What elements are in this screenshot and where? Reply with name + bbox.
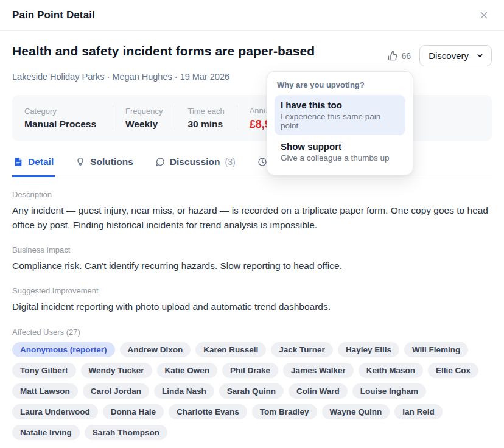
affected-user-pill[interactable]: Ellie Cox (428, 363, 478, 378)
stat-category-value: Manual Process (24, 119, 100, 130)
close-icon (478, 13, 489, 23)
upvote-count: 66 (402, 51, 411, 61)
tab-solutions[interactable]: Solutions (74, 155, 135, 177)
stat-divider (237, 105, 237, 131)
affected-user-pill[interactable]: Will Fleming (404, 342, 468, 357)
upvote-option-show-support[interactable]: Show support Give a colleague a thumbs u… (275, 136, 405, 167)
upvote-button[interactable]: 66 (388, 51, 411, 61)
affected-user-pill[interactable]: Tony Gilbert (12, 363, 76, 378)
tab-discussion-count: (3) (225, 157, 236, 167)
affected-user-pill[interactable]: Tom Bradley (252, 404, 317, 419)
affected-user-pill[interactable]: Colin Ward (289, 383, 348, 399)
upvote-option-title: I have this too (281, 100, 399, 110)
title-actions: 66 Discovery (388, 43, 492, 66)
affected-user-pill[interactable]: Phil Drake (222, 363, 278, 378)
description-section: Description Any incident — guest injury,… (12, 190, 492, 233)
affected-user-pill[interactable]: Keith Mason (359, 363, 423, 378)
stat-frequency: Frequency Weekly (125, 107, 163, 130)
suggested-improvement-section: Suggested Improvement Digital incident r… (12, 286, 492, 314)
affected-user-pill[interactable]: Sarah Thompson (85, 425, 167, 440)
modal-body: Health and safety incident forms are pap… (0, 31, 504, 448)
chat-bubble-icon (155, 157, 165, 167)
suggested-improvement-label: Suggested Improvement (12, 286, 492, 295)
upvote-option-title: Show support (281, 141, 399, 152)
affected-user-pill-reporter[interactable]: Anonymous (reporter) (12, 342, 115, 357)
affected-user-pill[interactable]: Ian Reid (394, 404, 443, 419)
stat-time-each-label: Time each (187, 107, 224, 116)
upvote-popup-title: Why are you upvoting? (275, 79, 405, 95)
upvote-option-desc: I experience this same pain point (281, 112, 399, 130)
affected-users-label: Affected Users (27) (12, 327, 492, 337)
stats-bar: Category Manual Process Frequency Weekly… (12, 95, 492, 141)
stat-category-label: Category (24, 107, 100, 116)
tab-detail-label: Detail (28, 156, 54, 167)
tab-bar: Detail Solutions Discussion (3) Timelin (12, 155, 492, 177)
affected-users-list: Anonymous (reporter) Andrew Dixon Karen … (12, 342, 492, 440)
description-text: Any incident — guest injury, near miss, … (12, 203, 492, 233)
stat-time-each-value: 30 mins (187, 119, 224, 130)
description-label: Description (12, 190, 492, 199)
stat-time-each: Time each 30 mins (187, 107, 224, 130)
affected-user-pill[interactable]: Sarah Quinn (219, 383, 284, 399)
status-value: Discovery (429, 51, 469, 61)
title-row: Health and safety incident forms are pap… (12, 43, 492, 66)
tab-discussion[interactable]: Discussion (3) (154, 155, 237, 177)
affected-user-pill[interactable]: Charlotte Evans (169, 404, 247, 419)
tab-detail[interactable]: Detail (12, 155, 55, 177)
affected-user-pill[interactable]: Matt Lawson (12, 383, 78, 399)
affected-user-pill[interactable]: Linda Nash (154, 383, 214, 399)
affected-user-pill[interactable]: Katie Owen (157, 363, 218, 378)
affected-user-pill[interactable]: Hayley Ellis (338, 342, 399, 357)
chevron-down-icon (476, 52, 484, 60)
tab-solutions-label: Solutions (90, 156, 133, 167)
affected-user-pill[interactable]: Donna Hale (103, 404, 164, 419)
modal-title: Pain Point Detail (12, 9, 95, 21)
status-dropdown[interactable]: Discovery (419, 45, 492, 66)
tab-discussion-label: Discussion (170, 156, 220, 167)
affected-users-section: Affected Users (27) Anonymous (reporter)… (12, 327, 492, 440)
lightbulb-icon (75, 157, 85, 167)
affected-user-pill[interactable]: Wayne Quinn (322, 404, 390, 419)
pain-point-title: Health and safety incident forms are pap… (12, 43, 315, 59)
thumbs-up-icon (388, 51, 398, 61)
affected-user-pill[interactable]: Natalie Irving (12, 425, 80, 440)
business-impact-section: Business Impact Compliance risk. Can't i… (12, 245, 492, 273)
pain-point-detail-modal: Pain Point Detail Health and safety inci… (0, 0, 504, 448)
stat-frequency-value: Weekly (125, 119, 163, 130)
upvote-option-desc: Give a colleague a thumbs up (281, 153, 399, 163)
modal-header: Pain Point Detail (0, 0, 504, 31)
stat-frequency-label: Frequency (125, 107, 163, 116)
business-impact-text: Compliance risk. Can't identify recurrin… (12, 259, 492, 273)
affected-user-pill[interactable]: Carol Jordan (83, 383, 149, 399)
affected-user-pill[interactable]: Jack Turner (271, 342, 333, 357)
stat-category: Category Manual Process (24, 107, 100, 130)
affected-user-pill[interactable]: Laura Underwood (12, 404, 98, 419)
affected-user-pill[interactable]: James Walker (283, 363, 354, 378)
affected-user-pill[interactable]: Wendy Tucker (81, 363, 152, 378)
affected-user-pill[interactable]: Andrew Dixon (120, 342, 191, 357)
pain-point-meta: Lakeside Holiday Parks · Megan Hughes · … (12, 72, 492, 82)
upvote-option-have-this-too[interactable]: I have this too I experience this same p… (275, 95, 405, 135)
stat-divider (113, 105, 113, 131)
affected-user-pill[interactable]: Karen Russell (195, 342, 266, 357)
stat-divider (175, 105, 175, 131)
close-button[interactable] (476, 7, 492, 23)
file-text-icon (13, 157, 23, 167)
clock-icon (257, 157, 267, 167)
suggested-improvement-text: Digital incident reporting with photo up… (12, 299, 492, 314)
affected-user-pill[interactable]: Louise Ingham (352, 383, 426, 399)
upvote-reason-popup: Why are you upvoting? I have this too I … (267, 71, 413, 175)
business-impact-label: Business Impact (12, 245, 492, 254)
